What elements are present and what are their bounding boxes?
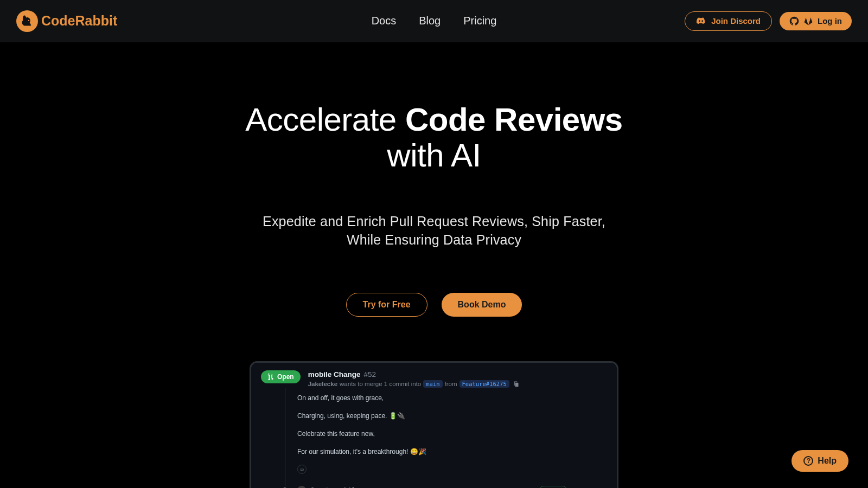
pr-open-badge: Open — [261, 370, 301, 383]
rabbit-icon — [16, 10, 38, 32]
discord-icon — [696, 16, 706, 26]
help-icon: ? — [803, 456, 813, 466]
copy-icon — [513, 381, 519, 387]
header: CodeRabbit Docs Blog Pricing Join Discor… — [0, 0, 868, 42]
gitlab-icon — [803, 16, 813, 26]
nav-pricing[interactable]: Pricing — [463, 15, 496, 27]
verified-badge: Verified — [539, 486, 567, 488]
avatar — [297, 486, 306, 488]
pr-preview-card: Open mobile Change #52 Jakelecke wants t… — [250, 361, 618, 489]
commit-row: Create mobile.go Verified 9d51d30 — [297, 486, 607, 488]
hero-subtitle: Expedite and Enrich Pull Request Reviews… — [263, 213, 605, 249]
hero: Accelerate Code Reviews with AI Expedite… — [0, 42, 868, 488]
main-nav: Docs Blog Pricing — [372, 15, 497, 27]
base-branch: main — [423, 380, 442, 388]
svg-point-0 — [28, 20, 29, 21]
git-pull-request-icon — [267, 373, 275, 380]
smiley-icon[interactable]: ☺ — [297, 465, 307, 474]
login-button[interactable]: Log in — [780, 12, 852, 30]
pr-body: On and off, it goes with grace, Charging… — [285, 388, 607, 489]
help-label: Help — [818, 456, 837, 466]
pr-number: #52 — [363, 370, 376, 378]
login-label: Log in — [818, 16, 842, 25]
try-for-free-button[interactable]: Try for Free — [346, 293, 427, 317]
hero-title: Accelerate Code Reviews with AI — [245, 102, 622, 174]
discord-label: Join Discord — [711, 16, 761, 25]
help-button[interactable]: ? Help — [792, 450, 848, 472]
book-demo-button[interactable]: Book Demo — [442, 293, 522, 317]
pr-header: Open mobile Change #52 Jakelecke wants t… — [261, 370, 607, 388]
pr-title-line: mobile Change #52 — [308, 370, 519, 378]
hero-cta-group: Try for Free Book Demo — [346, 293, 522, 317]
header-actions: Join Discord Log in — [685, 11, 852, 31]
github-icon — [789, 16, 799, 26]
pr-title: mobile Change — [308, 370, 361, 378]
head-branch: Feature#16275 — [459, 380, 509, 388]
nav-docs[interactable]: Docs — [372, 15, 397, 27]
brand-name: CodeRabbit — [41, 13, 117, 29]
logo[interactable]: CodeRabbit — [16, 10, 117, 32]
join-discord-button[interactable]: Join Discord — [685, 11, 772, 31]
nav-blog[interactable]: Blog — [419, 15, 441, 27]
pr-merge-line: Jakelecke wants to merge 1 commit into m… — [308, 380, 519, 388]
